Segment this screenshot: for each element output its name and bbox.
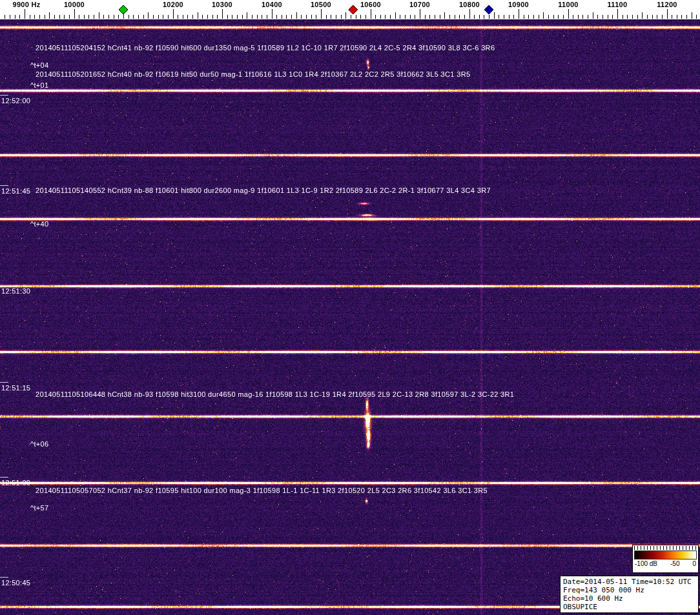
time-tick-label: 12:51:45 [1,187,30,195]
colorbar: -100 dB -50 0 [632,545,699,573]
freq-tick-label: 10800 [459,1,480,8]
freq-tick-label: 9900 Hz [12,1,40,8]
detection-line: 20140511105106448 hCnt38 nb-93 f10598 hi… [36,390,514,398]
freq-tick-label: 10400 [262,1,282,8]
detection-line: 20140511105201652 hCnt40 nb-92 f10619 hi… [36,70,470,78]
detection-offset-tag: ^t+40 [30,220,48,228]
spectrogram-canvas [0,0,700,615]
detection-line: 20140511105204152 hCnt41 nb-92 f10590 hi… [36,44,495,52]
colorbar-gradient [634,550,697,560]
detection-offset-tag: ^t+01 [30,81,48,89]
freq-tick-label: 11100 [608,1,628,8]
detection-offset-tag: ^t+04 [30,61,48,69]
detection-offset-tag: ^t+06 [30,440,48,448]
freq-tick-label: 10000 [64,1,85,8]
freq-tick-label: 10600 [360,1,381,8]
freq-tick-label: 10500 [311,1,331,8]
colorbar-min-label: -100 dB [635,560,657,567]
info-date-time: Date=2014-05-11 Time=10:52 UTC [563,578,695,586]
colorbar-mid-label: -50 [670,560,679,567]
colorbar-labels: -100 dB -50 0 [633,560,698,567]
freq-tick-label: 10700 [409,1,430,8]
info-station: OBSUPICE [563,603,695,611]
time-tick-label: 12:51:15 [1,384,30,392]
time-tick-label: 12:52:00 [1,97,30,105]
colorbar-max-label: 0 [692,560,696,567]
detection-offset-tag: ^t+57 [30,504,48,512]
colorbar-ticks [634,546,697,550]
info-echo: Echo=10 600 Hz [563,594,695,603]
time-tick-label: 12:50:45 [1,579,30,587]
time-tick-label: 12:51:30 [1,287,30,295]
freq-tick-label: 11200 [657,1,677,8]
detection-line: 20140511105140552 hCnt39 nb-88 f10601 hi… [36,187,491,194]
spectrogram-app: 9900 Hz 10000 10200 10300 10400 10500 10… [0,0,700,615]
freq-tick-label: 11000 [558,1,578,8]
detection-line: 20140511105057052 hCnt37 nb-92 f10595 hi… [36,487,488,494]
freq-tick-label: 10200 [163,1,183,8]
freq-tick-label: 10900 [508,1,529,8]
freq-tick-label: 10300 [212,1,232,8]
info-frequency: Freq=143 050 000 Hz [563,586,695,594]
time-tick-label: 12:51:00 [1,479,30,487]
station-info-box: Date=2014-05-11 Time=10:52 UTC Freq=143 … [560,576,699,613]
